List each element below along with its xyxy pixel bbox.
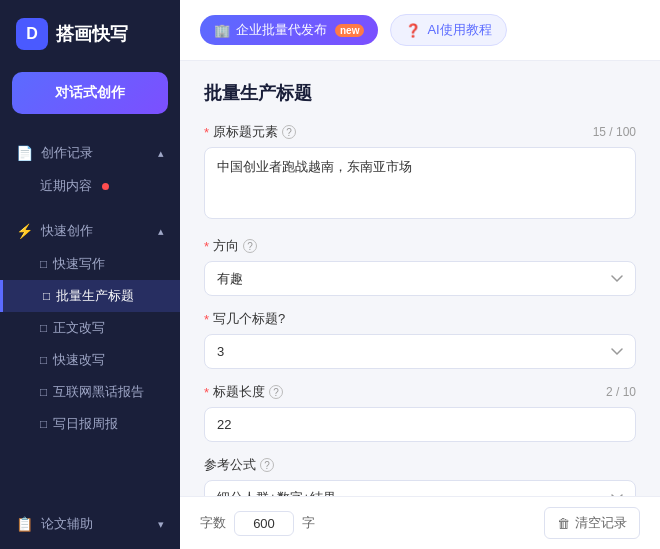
quick-rewrite-label: 快速改写 <box>53 351 105 369</box>
group-thesis[interactable]: 📋 论文辅助 ▾ <box>0 507 180 541</box>
chevron-up-icon-2: ▴ <box>158 225 164 238</box>
direction-label: 方向 <box>213 237 239 255</box>
batch-title-label: 批量生产标题 <box>56 287 134 305</box>
badge-dot <box>102 183 109 190</box>
recent-label: 近期内容 <box>40 177 92 195</box>
buzzword-icon: □ <box>40 385 47 399</box>
new-badge: new <box>335 24 364 37</box>
length-label-row: * 标题长度 ? 2 / 10 <box>204 383 636 401</box>
thesis-icon: 📋 <box>16 516 33 532</box>
section-quick-create: ⚡ 快速创作 ▴ □ 快速写作 □ 批量生产标题 □ 正文改写 □ 快速改写 □… <box>0 208 180 446</box>
rewrite-label: 正文改写 <box>53 319 105 337</box>
source-count: 15 / 100 <box>593 125 636 139</box>
source-label: 原标题元素 <box>213 123 278 141</box>
group-label-records: 创作记录 <box>41 144 93 162</box>
quick-create-icon: ⚡ <box>16 223 33 239</box>
formula-label-row: 参考公式 ? <box>204 456 636 474</box>
chevron-up-icon: ▴ <box>158 147 164 160</box>
section-thesis: 📋 论文辅助 ▾ <box>0 499 180 549</box>
direction-info-icon[interactable]: ? <box>243 239 257 253</box>
help-circle-icon: ❓ <box>405 23 421 38</box>
quick-rewrite-icon: □ <box>40 353 47 367</box>
form-group-length: * 标题长度 ? 2 / 10 <box>204 383 636 442</box>
source-info-icon[interactable]: ? <box>282 125 296 139</box>
group-label-thesis: 论文辅助 <box>41 515 93 533</box>
length-label: 标题长度 <box>213 383 265 401</box>
daily-report-icon: □ <box>40 417 47 431</box>
doc-icon: 📄 <box>16 145 33 161</box>
ai-tutorial-label: AI使用教程 <box>427 21 491 39</box>
quick-write-label: 快速写作 <box>53 255 105 273</box>
required-star-length: * <box>204 385 209 400</box>
form-group-count: * 写几个标题? 3 5 10 <box>204 310 636 369</box>
logo-text: 搭画快写 <box>56 22 128 46</box>
length-input[interactable] <box>204 407 636 442</box>
quick-write-icon: □ <box>40 257 47 271</box>
main-content: 🏢 企业批量代发布 new ❓ AI使用教程 批量生产标题 * 原标题元素 ? … <box>180 0 660 549</box>
rewrite-icon: □ <box>40 321 47 335</box>
page-title: 批量生产标题 <box>204 81 636 105</box>
source-textarea[interactable] <box>204 147 636 219</box>
source-label-row: * 原标题元素 ? 15 / 100 <box>204 123 636 141</box>
sidebar-item-recent[interactable]: 近期内容 <box>0 170 180 202</box>
group-creation-records[interactable]: 📄 创作记录 ▴ <box>0 136 180 170</box>
batch-publish-label: 企业批量代发布 <box>236 21 327 39</box>
word-count-input[interactable] <box>234 511 294 536</box>
required-star-count: * <box>204 312 209 327</box>
sidebar-item-quick-rewrite[interactable]: □ 快速改写 <box>0 344 180 376</box>
trash-icon: 🗑 <box>557 516 570 531</box>
sidebar-item-rewrite[interactable]: □ 正文改写 <box>0 312 180 344</box>
count-label: 写几个标题? <box>213 310 285 328</box>
form-group-direction: * 方向 ? 有趣 严肃 感人 励志 <box>204 237 636 296</box>
count-label-row: * 写几个标题? <box>204 310 636 328</box>
batch-publish-icon: 🏢 <box>214 23 230 38</box>
batch-publish-button[interactable]: 🏢 企业批量代发布 new <box>200 15 378 45</box>
direction-select[interactable]: 有趣 严肃 感人 励志 <box>204 261 636 296</box>
formula-select[interactable]: 细分人群+数字+结果 数字+方法+结果 疑问句式 <box>204 480 636 496</box>
chevron-down-icon: ▾ <box>158 518 164 531</box>
required-star-source: * <box>204 125 209 140</box>
length-count: 2 / 10 <box>606 385 636 399</box>
sidebar-item-buzzword[interactable]: □ 互联网黑话报告 <box>0 376 180 408</box>
form-group-formula: 参考公式 ? 细分人群+数字+结果 数字+方法+结果 疑问句式 <box>204 456 636 496</box>
logo-icon: D <box>16 18 48 50</box>
group-label-quick: 快速创作 <box>41 222 93 240</box>
section-creation-records: 📄 创作记录 ▴ 近期内容 <box>0 130 180 208</box>
sidebar-item-quick-write[interactable]: □ 快速写作 <box>0 248 180 280</box>
direction-label-row: * 方向 ? <box>204 237 636 255</box>
form-content: 批量生产标题 * 原标题元素 ? 15 / 100 * 方向 ? 有趣 严肃 感… <box>180 61 660 496</box>
sidebar: D 搭画快写 对话式创作 📄 创作记录 ▴ 近期内容 ⚡ 快速创作 ▴ □ <box>0 0 180 549</box>
cta-button[interactable]: 对话式创作 <box>12 72 168 114</box>
clear-label: 清空记录 <box>575 514 627 532</box>
formula-label: 参考公式 <box>204 456 256 474</box>
required-star-direction: * <box>204 239 209 254</box>
word-unit: 字 <box>302 514 315 532</box>
daily-report-label: 写日报周报 <box>53 415 118 433</box>
buzzword-label: 互联网黑话报告 <box>53 383 144 401</box>
sidebar-item-daily-report[interactable]: □ 写日报周报 <box>0 408 180 440</box>
batch-title-icon: □ <box>43 289 50 303</box>
sidebar-item-batch-title[interactable]: □ 批量生产标题 <box>0 280 180 312</box>
word-count-label: 字数 <box>200 514 226 532</box>
formula-info-icon[interactable]: ? <box>260 458 274 472</box>
sidebar-logo: D 搭画快写 <box>0 0 180 68</box>
topbar: 🏢 企业批量代发布 new ❓ AI使用教程 <box>180 0 660 61</box>
footer-bar: 字数 字 🗑 清空记录 <box>180 496 660 549</box>
count-select[interactable]: 3 5 10 <box>204 334 636 369</box>
group-quick-create[interactable]: ⚡ 快速创作 ▴ <box>0 214 180 248</box>
ai-tutorial-button[interactable]: ❓ AI使用教程 <box>390 14 506 46</box>
clear-button[interactable]: 🗑 清空记录 <box>544 507 640 539</box>
form-group-source: * 原标题元素 ? 15 / 100 <box>204 123 636 223</box>
length-info-icon[interactable]: ? <box>269 385 283 399</box>
